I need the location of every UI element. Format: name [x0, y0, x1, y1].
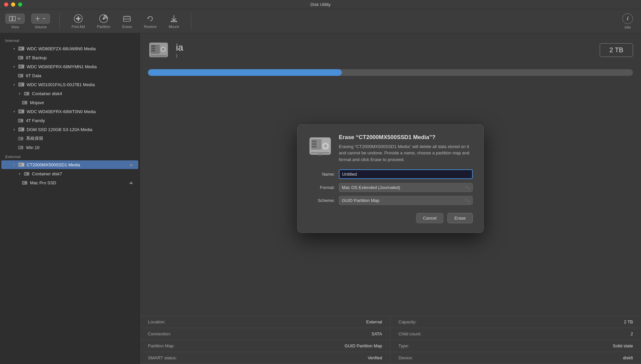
erase-modal: Erase “CT2000MX500SSD1 Media”? Erasing “…: [297, 124, 484, 233]
hdd-icon: [18, 81, 25, 88]
modal-title: Erase “CT2000MX500SSD1 Media”?: [339, 134, 473, 141]
volume-icon: [17, 54, 24, 61]
svg-point-81: [325, 145, 326, 147]
svg-rect-84: [314, 153, 316, 154]
svg-point-29: [22, 66, 24, 67]
sidebar-item-8t[interactable]: 8T Backup: [1, 53, 138, 62]
sidebar-item-win10[interactable]: Win 10: [1, 143, 138, 152]
sidebar-item-dgm[interactable]: ▾ DGM SSD 120GB S3-120A Media: [1, 125, 138, 134]
restore-button[interactable]: Restore: [141, 13, 160, 30]
hdd-icon: [18, 126, 25, 133]
svg-rect-0: [9, 16, 12, 21]
sidebar-item-label: WDC WD80EFZX-68UW8N0 Media: [27, 46, 133, 51]
mount-button[interactable]: Mount: [166, 13, 182, 30]
svg-rect-76: [312, 140, 317, 142]
hdd-icon: [18, 45, 25, 52]
svg-rect-37: [25, 93, 27, 94]
svg-rect-34: [19, 84, 22, 86]
sidebar-item-macprossd[interactable]: Mac Pro SSD ⏏: [1, 178, 138, 187]
sidebar-item-label: Container disk4: [32, 91, 133, 96]
sidebar-item-wdc1001[interactable]: ▾ WDC WD1001FALS-00J7B1 Media: [1, 80, 138, 89]
erase-button[interactable]: Erase: [120, 13, 135, 30]
toolbar-separator-1: [59, 13, 60, 30]
name-label: Name:: [308, 172, 335, 177]
svg-rect-77: [312, 143, 317, 145]
svg-rect-83: [312, 153, 314, 154]
svg-point-50: [22, 129, 24, 130]
volume-label: Volume: [35, 25, 47, 29]
toolbar-erase-group: Erase: [120, 13, 135, 30]
svg-point-38: [27, 93, 29, 94]
sidebar-item-6t[interactable]: 6T Data: [1, 71, 138, 80]
close-button[interactable]: [4, 2, 8, 7]
scheme-select[interactable]: GUID Partition MapMaster Boot RecordAppl…: [339, 196, 473, 205]
sidebar-item-system[interactable]: 系統保留: [1, 134, 138, 143]
svg-rect-40: [23, 102, 25, 103]
svg-rect-58: [19, 164, 22, 166]
sidebar-item-wdc40[interactable]: ▾ WDC WD40EFRX-68WT0N0 Media: [1, 107, 138, 116]
sidebar: Internal ▾ WDC WD80EFZX-68UW8N0 Media 8T…: [0, 33, 140, 364]
hdd-icon: [18, 161, 25, 168]
chevron-icon: ▾: [12, 65, 16, 69]
mount-label: Mount: [169, 25, 179, 29]
volume-icon: [21, 179, 28, 186]
svg-rect-16: [124, 16, 131, 21]
modal-text-block: Erase “CT2000MX500SSD1 Media”? Erasing “…: [339, 134, 473, 163]
sidebar-item-label: WDC WD40EFRX-68WT0N0 Media: [27, 109, 133, 114]
format-select-wrapper: Mac OS Extended (Journaled)Mac OS Extend…: [339, 183, 473, 192]
sidebar-item-label: 6T Data: [26, 73, 133, 78]
maximize-button[interactable]: [18, 2, 22, 7]
chevron-icon: ▾: [12, 128, 16, 131]
chevron-icon: ▾: [17, 172, 21, 176]
hdd-icon: [18, 63, 25, 70]
svg-point-47: [21, 120, 23, 121]
volume-icon: [17, 117, 24, 124]
sidebar-item-label: WDC WD1001FALS-00J7B1 Media: [27, 82, 133, 87]
main-layout: Internal ▾ WDC WD80EFZX-68UW8N0 Media 8T…: [0, 33, 641, 364]
svg-rect-43: [19, 110, 22, 112]
sidebar-item-label: 4T Family: [26, 118, 133, 123]
volume-button[interactable]: [31, 14, 50, 24]
name-input[interactable]: [339, 169, 473, 179]
partition-button[interactable]: Partition: [94, 13, 113, 30]
svg-rect-28: [19, 66, 22, 68]
container-icon: [23, 90, 30, 97]
volume-icon: [17, 72, 24, 79]
svg-point-41: [25, 102, 27, 103]
svg-rect-52: [19, 138, 21, 139]
sidebar-item-mojave[interactable]: Mojave: [1, 98, 138, 107]
hdd-icon: [18, 108, 25, 115]
svg-rect-78: [312, 146, 317, 148]
info-button[interactable]: i Info: [620, 12, 636, 31]
toolbar-mount-group: Mount: [166, 13, 182, 30]
erase-confirm-button[interactable]: Erase: [447, 213, 473, 223]
svg-rect-82: [311, 152, 329, 154]
partition-label: Partition: [97, 25, 110, 29]
toolbar: View Volume: [0, 9, 641, 33]
sidebar-item-ct2000[interactable]: ▾ CT2000MX500SSD1 Media ⏏: [1, 160, 138, 169]
svg-rect-1: [13, 16, 15, 21]
sidebar-external-label: External: [0, 152, 140, 160]
view-button[interactable]: [5, 14, 25, 24]
format-label: Format:: [308, 185, 335, 190]
sidebar-item-wdc60[interactable]: ▾ WDC WD60EFRX-68MYMN1 Media: [1, 62, 138, 71]
sidebar-item-label: Win 10: [26, 145, 133, 150]
sidebar-item-wdc80[interactable]: ▾ WDC WD80EFZX-68UW8N0 Media: [1, 44, 138, 53]
svg-rect-49: [19, 128, 22, 130]
sidebar-item-container4[interactable]: ▾ Container disk4: [1, 89, 138, 98]
svg-rect-46: [19, 120, 21, 121]
svg-point-44: [22, 111, 24, 112]
sidebar-item-4t[interactable]: 4T Family: [1, 116, 138, 125]
eject-icon: ⏏: [129, 162, 133, 167]
svg-rect-31: [19, 75, 21, 77]
cancel-button[interactable]: Cancel: [416, 213, 443, 223]
format-select[interactable]: Mac OS Extended (Journaled)Mac OS Extend…: [339, 183, 473, 192]
sidebar-item-label: 系統保留: [26, 135, 133, 141]
toolbar-restore-group: Restore: [141, 13, 160, 30]
sidebar-item-container7[interactable]: ▾ Container disk7: [1, 169, 138, 178]
svg-point-32: [21, 75, 23, 76]
sidebar-item-label: Mojave: [30, 100, 133, 105]
svg-point-56: [21, 147, 23, 148]
minimize-button[interactable]: [11, 2, 15, 7]
first-aid-button[interactable]: First Aid: [69, 13, 88, 30]
